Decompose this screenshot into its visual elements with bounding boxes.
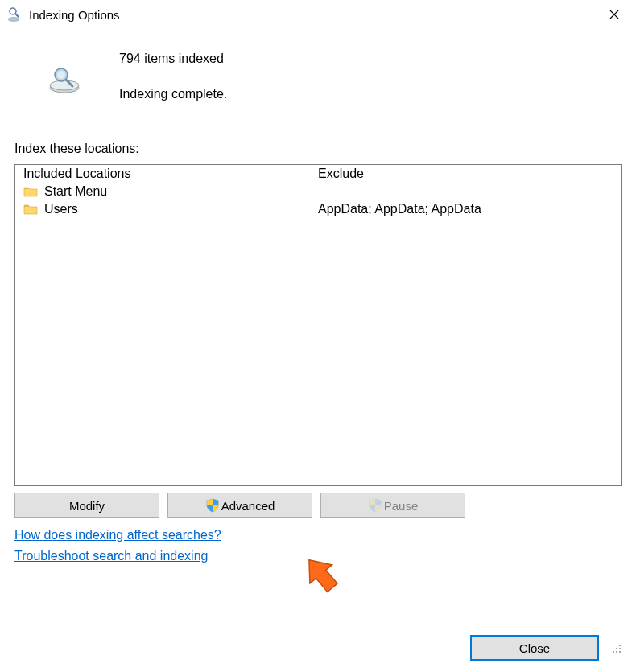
action-buttons-row: Modify Advanced: [14, 493, 622, 518]
table-row[interactable]: Users AppData; AppData; AppData: [23, 200, 613, 218]
svg-point-6: [50, 80, 79, 90]
resize-grip-icon[interactable]: [610, 642, 622, 653]
pause-label: Pause: [384, 499, 419, 513]
exclude-header: Exclude: [318, 167, 613, 181]
svg-point-2: [8, 18, 19, 22]
svg-point-15: [619, 651, 621, 653]
status-area: 794 items indexed Indexing complete.: [14, 39, 622, 116]
indexing-complete-text: Indexing complete.: [119, 87, 227, 101]
included-name: Start Menu: [44, 184, 107, 199]
modify-button[interactable]: Modify: [14, 493, 159, 518]
svg-point-12: [619, 648, 621, 649]
folder-icon: [23, 185, 38, 198]
close-button[interactable]: Close: [470, 635, 599, 661]
folder-icon: [23, 203, 38, 216]
svg-point-0: [10, 8, 16, 14]
window-title: Indexing Options: [29, 8, 120, 22]
exclude-cell: AppData; AppData; AppData: [318, 202, 613, 216]
included-cell: Users: [23, 202, 318, 216]
included-name: Users: [44, 202, 78, 216]
svg-point-11: [616, 648, 617, 649]
included-cell: Start Menu: [23, 184, 318, 199]
content-area: 794 items indexed Indexing complete. Ind…: [0, 29, 636, 563]
close-window-button[interactable]: [596, 2, 633, 27]
help-links: How does indexing affect searches? Troub…: [14, 528, 622, 563]
locations-section-label: Index these locations:: [14, 142, 622, 156]
locations-header: Included Locations Exclude: [15, 165, 621, 183]
shield-icon: [368, 498, 382, 513]
advanced-label: Advanced: [221, 499, 275, 513]
svg-point-8: [57, 71, 65, 79]
shield-icon: [205, 498, 220, 513]
svg-point-10: [619, 645, 621, 646]
titlebar: Indexing Options: [0, 0, 636, 29]
how-indexing-link[interactable]: How does indexing affect searches?: [14, 528, 622, 542]
items-indexed-text: 794 items indexed: [119, 52, 227, 66]
troubleshoot-link[interactable]: Troubleshoot search and indexing: [14, 549, 622, 563]
modify-label: Modify: [69, 499, 105, 513]
status-text-col: 794 items indexed Indexing complete.: [119, 47, 227, 101]
pause-button: Pause: [320, 493, 465, 518]
close-icon: [609, 10, 619, 19]
indexing-status-icon: [47, 66, 82, 97]
included-header: Included Locations: [23, 167, 318, 181]
titlebar-left: Indexing Options: [6, 6, 120, 23]
svg-point-14: [616, 651, 617, 653]
status-icon-col: [47, 47, 119, 101]
table-row[interactable]: Start Menu: [23, 183, 613, 200]
indexing-options-icon: [6, 6, 23, 23]
advanced-button[interactable]: Advanced: [167, 493, 312, 518]
svg-point-13: [613, 651, 614, 653]
locations-listbox[interactable]: Included Locations Exclude Start Menu: [14, 164, 622, 486]
locations-body: Start Menu Users AppData; AppData; AppDa…: [15, 183, 621, 218]
footer: Close: [470, 635, 622, 661]
svg-line-1: [15, 14, 19, 17]
